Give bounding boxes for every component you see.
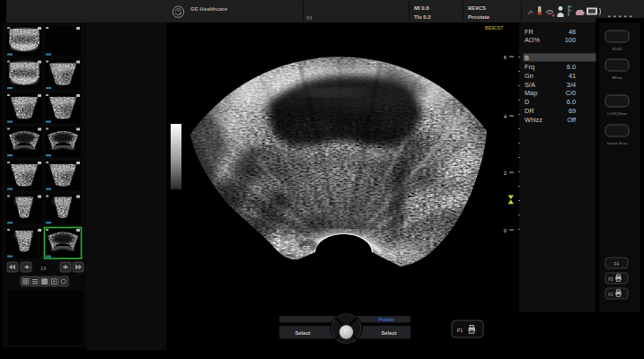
svg-text:Pointer: Pointer [379, 317, 395, 322]
svg-text:19: 19 [40, 266, 47, 271]
svg-text:F5: F5 [608, 277, 613, 282]
svg-text:Frq: Frq [525, 63, 534, 71]
svg-text:C/0: C/0 [566, 89, 576, 97]
svg-text:69: 69 [569, 107, 576, 115]
svg-text:P1: P1 [457, 328, 463, 333]
svg-text:LOGIQView: LOGIQView [607, 111, 626, 116]
svg-text:BE9CST: BE9CST [485, 25, 504, 31]
svg-text:Whizz: Whizz [525, 116, 543, 124]
svg-text:Off: Off [567, 116, 577, 124]
svg-text:D: D [525, 98, 529, 106]
svg-text:Instant Scan: Instant Scan [607, 141, 627, 145]
svg-text:46: 46 [569, 28, 576, 36]
svg-text:XX: XX [306, 15, 313, 21]
svg-text:DR: DR [525, 107, 534, 115]
svg-text:TIs 0.2: TIs 0.2 [414, 14, 431, 20]
svg-text:BE9CS: BE9CS [468, 5, 486, 11]
svg-text:8.0: 8.0 [567, 63, 576, 71]
svg-text:GE: GE [303, 244, 311, 250]
svg-text:F4: F4 [614, 262, 620, 267]
svg-text:6.0: 6.0 [567, 98, 576, 106]
svg-text:B: B [525, 54, 529, 62]
svg-text:41: 41 [569, 72, 576, 80]
svg-text:Gn: Gn [525, 72, 534, 80]
svg-text:S/A: S/A [525, 81, 535, 89]
svg-text:MI 0.8: MI 0.8 [414, 5, 429, 11]
svg-text:100: 100 [565, 36, 576, 44]
svg-text:AO%: AO% [525, 36, 541, 44]
svg-text:Select: Select [381, 330, 396, 336]
svg-text:F2: F2 [608, 293, 613, 297]
svg-text:Select: Select [295, 330, 310, 336]
svg-text:GE Healthcare: GE Healthcare [190, 6, 228, 12]
svg-text:FR: FR [525, 28, 534, 36]
svg-text:BFlow: BFlow [612, 75, 622, 80]
svg-text:3D/4D: 3D/4D [612, 47, 622, 51]
svg-text:Map: Map [525, 89, 537, 97]
svg-text:Prostate: Prostate [468, 14, 490, 20]
svg-text:3/4: 3/4 [567, 81, 576, 89]
